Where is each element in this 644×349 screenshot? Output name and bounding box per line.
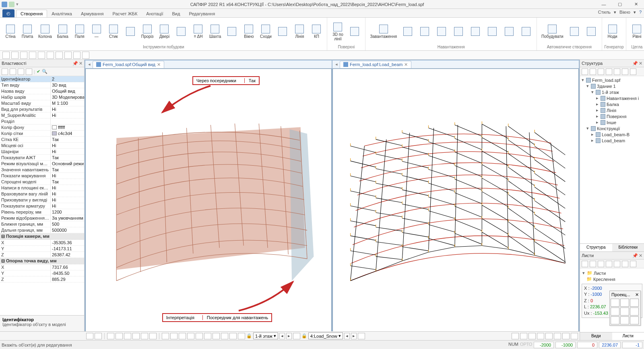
property-row[interactable]: Z885.29 — [0, 276, 84, 283]
tool-btn[interactable] — [149, 333, 157, 339]
tree-node[interactable]: ▾1-й этаж — [581, 89, 643, 95]
property-row[interactable]: ⊟ Опорна точка виду, мм — [0, 258, 84, 264]
prev-button[interactable]: ◂ — [279, 333, 285, 339]
close-tab-icon[interactable]: ✕ — [157, 62, 161, 67]
close-icon[interactable]: ✕ — [79, 61, 83, 66]
tool-btn[interactable] — [358, 333, 365, 339]
check-icon[interactable]: ✔ — [37, 69, 40, 74]
ribbon-button[interactable]: = ΔH — [190, 20, 206, 44]
tool-btn[interactable] — [520, 333, 527, 339]
ribbon-button[interactable]: Двері — [156, 20, 172, 44]
help-button[interactable]: ? — [639, 10, 642, 15]
qa-btn[interactable] — [29, 52, 36, 59]
close-button[interactable]: ✕ — [628, 0, 644, 9]
property-row[interactable]: Ідентифікатор2 — [0, 76, 84, 82]
property-row[interactable]: Y-8435.50 — [0, 270, 84, 276]
property-row[interactable]: Враховувати вагу лінійНі — [0, 191, 84, 197]
search-icon[interactable]: 🔍 — [42, 69, 47, 74]
tool-btn[interactable] — [537, 333, 544, 339]
tool-btn[interactable] — [293, 333, 300, 339]
ribbon-button[interactable] — [501, 20, 517, 44]
ribbon-button[interactable] — [566, 20, 582, 44]
qa-btn[interactable] — [20, 52, 27, 59]
property-row[interactable]: Значення навантаженьТак — [0, 167, 84, 173]
property-row[interactable]: Сітка КЕТак — [0, 137, 84, 143]
property-row[interactable]: ШарніриНі — [0, 149, 84, 155]
tree-node[interactable]: ▸Інше — [581, 119, 643, 125]
tool-btn[interactable] — [86, 333, 93, 339]
property-row[interactable]: Y-14173.11 — [0, 246, 84, 252]
tree-node[interactable]: ▸Лінія — [581, 107, 643, 113]
window-menu[interactable]: Вікно — [619, 10, 630, 15]
tool-btn[interactable] — [132, 333, 140, 339]
ribbon-tab[interactable]: Вид — [167, 10, 184, 17]
tool-btn[interactable] — [213, 333, 220, 339]
qa-btn[interactable] — [56, 52, 63, 59]
tree-node[interactable]: ▸Балка — [581, 101, 643, 107]
next-button[interactable]: ▸ — [351, 333, 357, 339]
property-row[interactable]: X7317.66 — [0, 264, 84, 270]
ribbon-button[interactable] — [224, 20, 240, 44]
property-row[interactable]: Назва видуОбщий вид — [0, 88, 84, 94]
tab-views[interactable]: Види — [580, 332, 612, 340]
ribbon-button[interactable] — [467, 20, 483, 44]
ribbon-button[interactable]: Шахта — [207, 20, 223, 44]
qa-btn[interactable] — [64, 52, 72, 59]
ribbon-button[interactable] — [583, 20, 599, 44]
property-row[interactable]: M_SupperAnaliticНі — [0, 112, 84, 118]
ribbon-button[interactable]: Колона — [36, 20, 54, 44]
property-row[interactable]: Z26387.42 — [0, 252, 84, 258]
tool-btn[interactable] — [196, 333, 203, 339]
property-row[interactable]: Розділ — [0, 118, 84, 125]
tree-node[interactable]: ▾Здание 1 — [581, 83, 643, 89]
ribbon-button[interactable]: Стик — [105, 20, 122, 44]
property-row[interactable]: Колір фонуffffff — [0, 125, 84, 131]
qat-icon[interactable] — [9, 2, 14, 7]
ribbon-button[interactable]: КП — [308, 20, 324, 44]
property-row[interactable]: Вид для результатівНі — [0, 106, 84, 112]
load-selector[interactable]: 4:Load_Snow▾ — [308, 332, 343, 339]
ribbon-button[interactable]: Балка — [55, 20, 71, 44]
ribbon-tab[interactable]: Анотації — [142, 10, 167, 17]
tool-btn[interactable] — [221, 333, 228, 339]
property-row[interactable]: Ближня границя, мм500 — [0, 221, 84, 227]
pin-icon[interactable]: 📌 — [72, 61, 78, 66]
tool-btn[interactable] — [95, 333, 102, 339]
property-row[interactable]: Режим візуалізації мо...Основний режим — [0, 161, 84, 167]
maximize-button[interactable]: ▢ — [612, 0, 628, 9]
ribbon-button[interactable] — [347, 20, 363, 44]
property-row[interactable]: Показувати АЖТТак — [0, 155, 84, 161]
ribbon-button[interactable] — [484, 20, 500, 44]
tree-node[interactable]: ▾Конструкції — [581, 125, 643, 131]
projection-toolbox[interactable]: Проекц...✕ — [609, 291, 641, 326]
property-row[interactable]: Тип виду3D вид — [0, 82, 84, 88]
qa-btn[interactable] — [82, 52, 89, 59]
ribbon-button[interactable] — [275, 20, 291, 44]
prev-button[interactable]: ◂ — [344, 333, 350, 339]
ribbon-button[interactable] — [400, 20, 416, 44]
tool-btn[interactable] — [141, 333, 148, 339]
tool-btn[interactable] — [554, 333, 561, 339]
property-row[interactable]: Написи в площині екр...Ні — [0, 185, 84, 191]
ribbon-button[interactable]: Паля — [72, 20, 88, 44]
qa-btn[interactable] — [73, 52, 80, 59]
tab-structure[interactable]: Структура — [580, 244, 612, 251]
property-row[interactable]: Рівень перерізу, мм1200 — [0, 209, 84, 215]
viewport-analysis[interactable] — [332, 69, 579, 339]
ribbon-tab[interactable]: Створення — [16, 10, 47, 17]
ribbon-button[interactable]: Вікно — [241, 20, 257, 44]
close-tab-icon[interactable]: ✕ — [404, 62, 408, 67]
ribbon-button[interactable] — [433, 20, 450, 44]
qa-btn[interactable] — [2, 52, 10, 59]
minimize-button[interactable]: — — [596, 0, 612, 9]
ribbon-button[interactable] — [518, 20, 534, 44]
ribbon-button[interactable]: 3D по лінії — [330, 20, 346, 44]
tab-libraries[interactable]: Бібліотеки — [612, 244, 644, 251]
ribbon-button[interactable]: Проріз — [139, 20, 156, 44]
tool-btn[interactable] — [162, 333, 169, 339]
tool-btn[interactable] — [528, 333, 536, 339]
ribbon-button[interactable] — [417, 20, 433, 44]
close-icon[interactable]: ✕ — [639, 61, 642, 66]
floor-selector[interactable]: 1-й этаж▾ — [253, 332, 278, 339]
property-row[interactable]: Колір сіткиc4c3d4 — [0, 131, 84, 137]
